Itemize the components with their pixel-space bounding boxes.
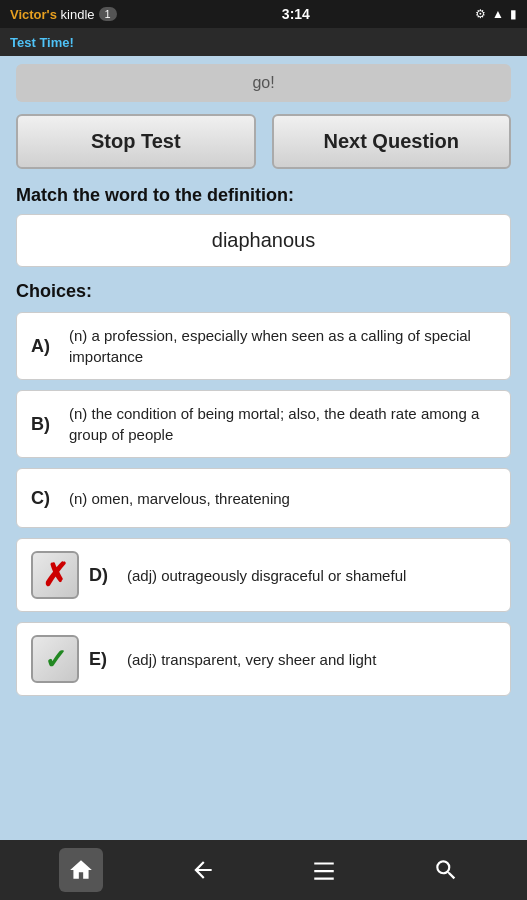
page-title: Test Time! <box>10 35 74 50</box>
choice-text: (n) the condition of being mortal; also,… <box>69 403 496 445</box>
choice-item-c[interactable]: C)(n) omen, marvelous, threatening <box>16 468 511 528</box>
choice-letter: C) <box>31 488 59 509</box>
search-icon <box>433 857 459 883</box>
choice-letter: B) <box>31 414 59 435</box>
choice-item-a[interactable]: A)(n) a profession, especially when seen… <box>16 312 511 380</box>
back-icon <box>190 857 216 883</box>
red-x-icon: ✗ <box>31 551 79 599</box>
choice-text: (adj) outrageously disgraceful or shamef… <box>127 565 406 586</box>
choice-item-e[interactable]: ✓E)(adj) transparent, very sheer and lig… <box>16 622 511 696</box>
battery-icon: ▮ <box>510 7 517 21</box>
home-icon <box>68 857 94 883</box>
status-badge: 1 <box>99 7 117 21</box>
status-icons: ⚙ ▲ ▮ <box>475 7 517 21</box>
app-name: Victor's kindle <box>10 7 95 22</box>
menu-nav-button[interactable] <box>302 848 346 892</box>
match-label: Match the word to the definition: <box>16 185 511 206</box>
status-left: Victor's kindle 1 <box>10 7 117 22</box>
word-display: diaphanous <box>16 214 511 267</box>
status-time: 3:14 <box>282 6 310 22</box>
choice-text: (n) omen, marvelous, threatening <box>69 488 290 509</box>
bottom-nav <box>0 840 527 900</box>
back-nav-button[interactable] <box>181 848 225 892</box>
menu-icon <box>311 857 337 883</box>
choices-list: A)(n) a profession, especially when seen… <box>16 312 511 706</box>
choice-text: (adj) transparent, very sheer and light <box>127 649 376 670</box>
choice-text: (n) a profession, especially when seen a… <box>69 325 496 367</box>
buttons-row: Stop Test Next Question <box>16 114 511 169</box>
next-question-button[interactable]: Next Question <box>272 114 512 169</box>
choice-item-d[interactable]: ✗D)(adj) outrageously disgraceful or sha… <box>16 538 511 612</box>
choice-item-b[interactable]: B)(n) the condition of being mortal; als… <box>16 390 511 458</box>
stop-test-button[interactable]: Stop Test <box>16 114 256 169</box>
search-nav-button[interactable] <box>424 848 468 892</box>
choices-label: Choices: <box>16 281 511 302</box>
gear-icon: ⚙ <box>475 7 486 21</box>
choice-letter: A) <box>31 336 59 357</box>
choice-letter: E) <box>89 649 117 670</box>
home-nav-button[interactable] <box>59 848 103 892</box>
status-bar: Victor's kindle 1 3:14 ⚙ ▲ ▮ <box>0 0 527 28</box>
title-bar: Test Time! <box>0 28 527 56</box>
green-check-icon: ✓ <box>31 635 79 683</box>
main-content: go! Stop Test Next Question Match the wo… <box>0 56 527 840</box>
choice-letter: D) <box>89 565 117 586</box>
wifi-icon: ▲ <box>492 7 504 21</box>
go-bar: go! <box>16 64 511 102</box>
